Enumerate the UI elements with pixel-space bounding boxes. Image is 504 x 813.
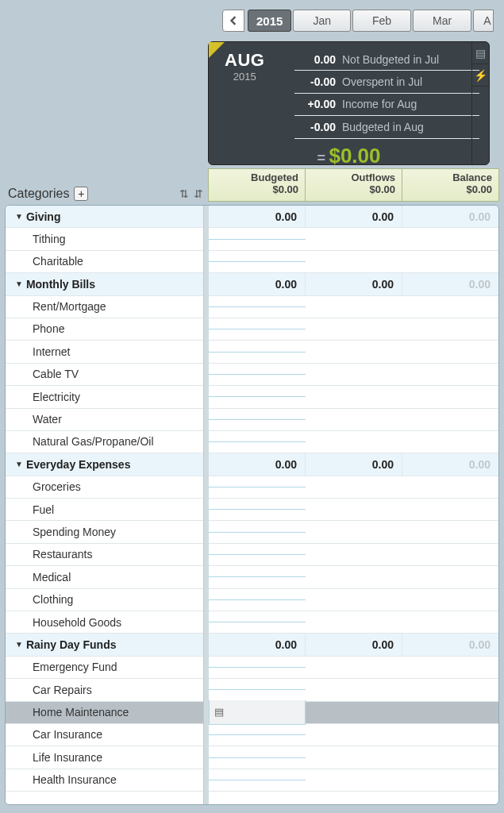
note-icon[interactable]: ▤ (210, 706, 224, 718)
category-item[interactable]: Clothing (6, 589, 203, 611)
item-name: Natural Gas/Propane/Oil (33, 430, 154, 453)
group-outflows: 0.00 (306, 453, 402, 476)
item-amounts (209, 251, 498, 273)
item-budgeted-input[interactable] (209, 487, 306, 487)
category-item[interactable]: Fuel (6, 499, 203, 521)
group-name: Monthly Bills (26, 273, 95, 295)
year-button[interactable]: 2015 (248, 10, 291, 32)
item-budgeted-input[interactable] (209, 599, 306, 600)
category-item[interactable]: Electricity (6, 386, 203, 408)
item-name: Car Insurance (33, 723, 102, 746)
sort-buttons: ⇅ ⇵ (179, 187, 203, 200)
category-item[interactable]: Restaurants (6, 544, 203, 566)
month-button-feb[interactable]: Feb (352, 10, 411, 32)
item-name: Tithing (33, 228, 66, 250)
summary-month-year: 2015 (225, 71, 264, 83)
item-amounts (209, 657, 498, 679)
item-amounts (209, 566, 498, 588)
sort-up-icon[interactable]: ⇵ (194, 187, 203, 200)
item-name: Household Goods (33, 611, 121, 634)
item-amounts (209, 386, 498, 408)
item-budgeted-input[interactable] (209, 554, 306, 555)
month-nav: 2015 Jan Feb Mar A (222, 8, 504, 33)
category-group[interactable]: ▼Rainy Day Funds (6, 634, 203, 656)
category-item[interactable]: Car Insurance (6, 724, 203, 746)
add-category-button[interactable]: + (74, 187, 88, 201)
item-budgeted-input[interactable] (209, 509, 306, 510)
item-budgeted-input[interactable] (209, 689, 306, 690)
category-item[interactable]: Life Insurance (6, 746, 203, 769)
item-name: Medical (33, 566, 71, 588)
category-item[interactable]: Water (6, 409, 203, 431)
item-amounts (209, 409, 498, 431)
category-item[interactable]: Medical (6, 566, 203, 588)
group-balance: 0.00 (402, 634, 498, 656)
item-name: Cable TV (33, 363, 79, 385)
category-item[interactable]: Health Insurance (6, 769, 203, 792)
item-budgeted-input[interactable] (209, 374, 306, 375)
item-name: Life Insurance (33, 746, 102, 769)
item-budgeted-input[interactable] (209, 622, 306, 622)
item-budgeted-input[interactable]: ▤ (209, 700, 306, 724)
category-item[interactable]: Phone (6, 318, 203, 341)
col-outflows[interactable]: Outflows $0.00 (306, 169, 402, 201)
item-budgeted-input[interactable] (209, 441, 306, 442)
category-item[interactable]: Emergency Fund (6, 657, 203, 679)
category-item[interactable]: Home Maintenance (6, 702, 203, 724)
item-amounts (209, 431, 498, 453)
lightning-icon[interactable]: ⚡ (472, 64, 489, 87)
category-item[interactable]: Household Goods (6, 611, 203, 634)
item-name: Groceries (33, 476, 81, 498)
group-amounts: 0.000.000.00 (209, 206, 498, 228)
item-amounts (209, 746, 498, 769)
category-item[interactable]: Cable TV (6, 364, 203, 386)
sort-down-icon[interactable]: ⇅ (179, 187, 189, 200)
item-budgeted-input[interactable] (209, 734, 306, 735)
item-amounts (209, 296, 498, 318)
category-item[interactable]: Car Repairs (6, 679, 203, 701)
category-group[interactable]: ▼Giving (6, 206, 203, 228)
item-budgeted-input[interactable] (209, 306, 306, 307)
item-budgeted-input[interactable] (209, 261, 306, 262)
category-item[interactable]: Natural Gas/Propane/Oil (6, 431, 203, 453)
item-budgeted-input[interactable] (209, 780, 306, 780)
category-item[interactable]: Charitable (6, 251, 203, 273)
col-balance[interactable]: Balance $0.00 (402, 169, 498, 201)
category-group[interactable]: ▼Everyday Expenses (6, 453, 203, 476)
item-budgeted-input[interactable] (209, 329, 306, 329)
month-button-jan[interactable]: Jan (293, 10, 351, 32)
category-item[interactable]: Groceries (6, 476, 203, 499)
category-item[interactable]: Rent/Mortgage (6, 296, 203, 318)
month-button-apr[interactable]: A (473, 10, 493, 32)
category-item[interactable]: Tithing (6, 228, 203, 250)
caret-down-icon: ▼ (15, 206, 23, 228)
summary-line-value: +0.00 (294, 97, 342, 111)
item-budgeted-input[interactable] (209, 667, 306, 668)
nav-back-button[interactable] (222, 10, 244, 32)
note-icon[interactable]: ▤ (472, 42, 489, 64)
col-budgeted-total: $0.00 (209, 183, 298, 195)
summary-line-value: 0.00 (294, 52, 342, 67)
category-item[interactable]: Spending Money (6, 521, 203, 543)
item-budgeted-input[interactable] (209, 419, 306, 420)
item-name: Emergency Fund (33, 656, 117, 678)
category-item[interactable]: Internet (6, 341, 203, 363)
item-amounts: ▤ (209, 702, 498, 724)
item-name: Internet (33, 341, 70, 363)
item-budgeted-input[interactable] (209, 239, 306, 240)
group-budgeted: 0.00 (209, 453, 306, 476)
col-budgeted[interactable]: Budgeted $0.00 (209, 169, 306, 201)
item-budgeted-input[interactable] (209, 532, 306, 533)
equals-sign: = (317, 150, 325, 166)
item-budgeted-input[interactable] (209, 576, 306, 577)
group-outflows: 0.00 (306, 206, 402, 228)
group-balance: 0.00 (402, 453, 498, 476)
item-budgeted-input[interactable] (209, 396, 306, 397)
item-budgeted-input[interactable] (209, 352, 306, 353)
item-budgeted-input[interactable] (209, 757, 306, 758)
group-balance: 0.00 (402, 273, 498, 295)
summary-line-value: -0.00 (294, 120, 342, 134)
month-button-mar[interactable]: Mar (413, 10, 471, 32)
summary-line-value: -0.00 (294, 75, 342, 89)
category-group[interactable]: ▼Monthly Bills (6, 273, 203, 295)
